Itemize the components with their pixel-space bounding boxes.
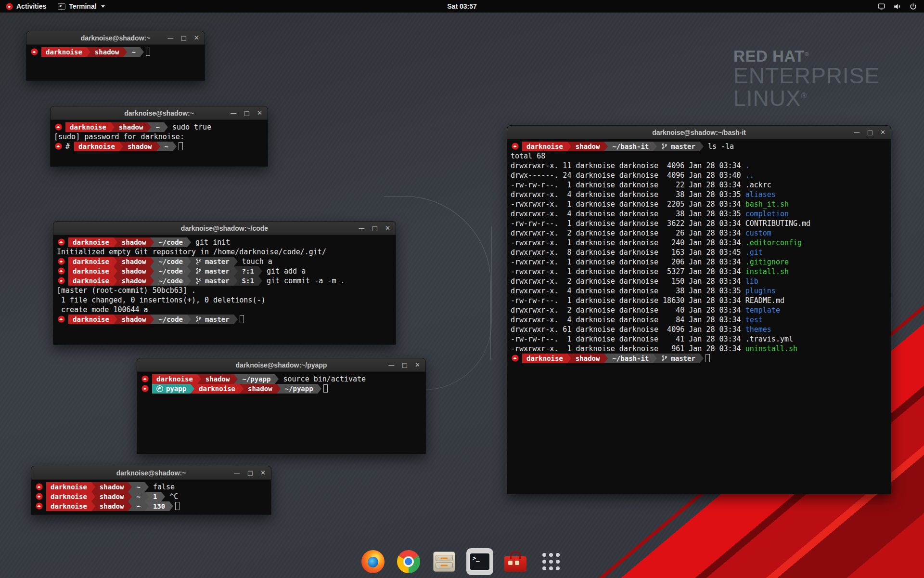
terminal-text: total 68 xyxy=(511,151,545,161)
powerline-separator xyxy=(604,354,608,363)
window-minimize-button[interactable]: — xyxy=(388,358,395,372)
window-close-button[interactable]: ✕ xyxy=(385,222,390,235)
terminal-text: ^C xyxy=(165,492,178,501)
branch-icon xyxy=(661,355,668,362)
window-minimize-button[interactable]: — xyxy=(167,31,174,45)
window-titlebar[interactable]: darknoise@shadow:~—□✕ xyxy=(31,466,271,480)
terminal-text: uninstall.sh xyxy=(745,344,797,354)
window-maximize-button[interactable]: □ xyxy=(867,126,873,139)
window-close-button[interactable]: ✕ xyxy=(415,358,420,372)
powerline-separator xyxy=(145,482,149,492)
terminal-line: -rw-rw-r--. 1 darknoise darknoise 41 Jan… xyxy=(511,334,887,344)
dock-chrome[interactable] xyxy=(395,548,422,575)
terminal-text: git commit -a -m . xyxy=(262,276,345,286)
prompt-segment-host: shadow xyxy=(123,142,156,151)
dock-files[interactable] xyxy=(431,548,458,575)
prompt-segment-user: darknoise xyxy=(41,47,87,57)
terminal-text: -rwxrwxr-x. 1 darknoise darknoise 2205 J… xyxy=(511,199,745,209)
terminal-text: .git xyxy=(745,248,763,257)
activities-button[interactable]: Activities xyxy=(0,0,52,13)
prompt-segment-code: 130 xyxy=(149,501,169,511)
terminal-content[interactable]: darknoiseshadow~ sudo true[sudo] passwor… xyxy=(51,120,268,166)
terminal-content[interactable]: darknoiseshadow~/bash-itmaster ls -latot… xyxy=(507,139,891,494)
terminal-line: -rwxrwxr-x. 1 darknoise darknoise 240 Ja… xyxy=(511,238,887,248)
display-icon[interactable] xyxy=(877,2,886,11)
window-maximize-button[interactable]: □ xyxy=(247,466,253,480)
dock-terminal[interactable] xyxy=(466,548,493,575)
terminal-line: drwxrwxr-x. 11 darknoise darknoise 4096 … xyxy=(511,161,887,171)
terminal-text: -rwxrwxr-x. 1 darknoise darknoise 206 Ja… xyxy=(511,257,745,267)
terminal-content[interactable]: darknoiseshadow~ xyxy=(26,45,205,80)
terminal-window-pyapp: darknoise@shadow:~/pyapp—□✕darknoiseshad… xyxy=(137,358,426,454)
window-minimize-button[interactable]: — xyxy=(234,466,240,480)
terminal-content[interactable]: darknoiseshadow~ falsedarknoiseshadow~1 … xyxy=(31,480,271,514)
terminal-line: drwx------. 24 darknoise darknoise 4096 … xyxy=(511,171,887,180)
terminal-cursor xyxy=(323,384,328,393)
powerline-separator xyxy=(123,47,127,57)
window-minimize-button[interactable]: — xyxy=(231,106,237,120)
terminal-content[interactable]: darknoiseshadow~/code git initInitialize… xyxy=(53,235,396,344)
prompt-segment-path: ~/pyapp xyxy=(238,374,275,384)
terminal-text: drwxrwxr-x. 4 darknoise darknoise 38 Jan… xyxy=(511,209,745,219)
prompt-segment-user: darknoise xyxy=(65,122,111,132)
terminal-text: .. xyxy=(745,171,754,180)
window-close-button[interactable]: ✕ xyxy=(257,106,262,120)
terminal-text: .editorconfig xyxy=(745,238,802,248)
prompt-segment-host: shadow xyxy=(95,501,128,511)
window-title: darknoise@shadow:~/pyapp xyxy=(137,361,425,369)
dock-app-grid[interactable] xyxy=(538,548,565,575)
window-titlebar[interactable]: darknoise@shadow:~/code—□✕ xyxy=(53,222,396,235)
powerline-separator xyxy=(187,257,191,266)
branch-icon xyxy=(661,143,668,150)
prompt-segment-host: shadow xyxy=(117,237,151,247)
terminal-text: touch a xyxy=(238,257,272,266)
terminal-text: source bin/activate xyxy=(279,374,366,384)
window-maximize-button[interactable]: □ xyxy=(372,222,378,235)
clock[interactable]: Sat 03:57 xyxy=(447,2,476,10)
window-close-button[interactable]: ✕ xyxy=(880,126,886,139)
window-titlebar[interactable]: darknoise@shadow:~—□✕ xyxy=(51,106,268,120)
powerline-separator xyxy=(150,315,154,324)
window-maximize-button[interactable]: □ xyxy=(402,358,408,372)
redhat-prompt-icon xyxy=(58,277,65,284)
redhat-prompt-icon xyxy=(55,123,62,131)
app-menu-terminal[interactable]: Terminal xyxy=(52,0,110,13)
powerline-separator xyxy=(234,276,238,286)
terminal-text: [sudo] password for darknoise: xyxy=(54,132,184,142)
powerline-separator xyxy=(234,266,238,276)
redhat-prompt-icon xyxy=(36,493,43,500)
prompt-segment-user: darknoise xyxy=(68,276,114,286)
volume-icon[interactable] xyxy=(893,2,901,11)
window-minimize-button[interactable]: — xyxy=(854,126,860,139)
toolbox-icon xyxy=(504,556,526,572)
window-titlebar[interactable]: darknoise@shadow:~—□✕ xyxy=(26,31,205,45)
powerline-separator xyxy=(114,257,117,266)
redhat-prompt-icon xyxy=(58,315,65,323)
branch-icon xyxy=(195,258,202,265)
terminal-window-code: darknoise@shadow:~/code—□✕darknoiseshado… xyxy=(53,221,396,345)
terminal-content[interactable]: darknoiseshadow~/pyapp source bin/activa… xyxy=(137,372,425,454)
power-icon[interactable] xyxy=(909,2,917,11)
dock-toolbox[interactable] xyxy=(502,548,529,575)
dock-firefox[interactable] xyxy=(359,548,386,575)
powerline-separator xyxy=(187,276,191,286)
window-titlebar[interactable]: darknoise@shadow:~/pyapp—□✕ xyxy=(137,358,425,372)
powerline-separator xyxy=(240,384,244,394)
window-titlebar[interactable]: darknoise@shadow:~/bash-it—□✕ xyxy=(507,126,891,139)
window-minimize-button[interactable]: — xyxy=(359,222,365,235)
terminal-text: drwx------. 24 darknoise darknoise 4096 … xyxy=(511,171,745,180)
window-close-button[interactable]: ✕ xyxy=(260,466,266,480)
terminal-window-home-a: darknoise@shadow:~—□✕darknoiseshadow~ xyxy=(26,31,205,81)
prompt-segment-user: darknoise xyxy=(68,237,114,247)
powerline-separator xyxy=(187,237,191,247)
window-maximize-button[interactable]: □ xyxy=(181,31,187,45)
powerline-separator xyxy=(567,354,571,363)
powerline-separator xyxy=(150,257,154,266)
powerline-separator xyxy=(164,122,168,132)
window-close-button[interactable]: ✕ xyxy=(194,31,199,45)
powerline-separator xyxy=(604,142,608,151)
terminal-text: create mode 100644 a xyxy=(57,305,148,315)
terminal-text: drwxrwxr-x. 2 darknoise darknoise 40 Jan… xyxy=(511,305,745,315)
window-maximize-button[interactable]: □ xyxy=(244,106,250,120)
terminal-line: darknoiseshadow~1 ^C xyxy=(35,492,268,501)
